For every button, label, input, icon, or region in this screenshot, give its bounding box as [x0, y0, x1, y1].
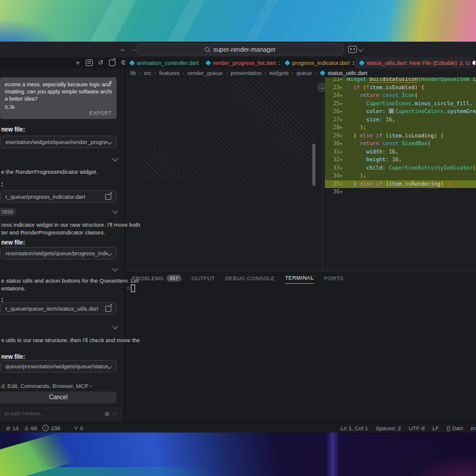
- breadcrumb-item[interactable]: queue: [296, 70, 312, 76]
- diff-added-code[interactable]: 22+Widget buildStatusIcon(RenderQueueIte…: [325, 77, 476, 196]
- chevron-down-icon: [107, 139, 112, 144]
- code-line[interactable]: 27+ size: 16,: [325, 116, 476, 124]
- breadcrumb-item[interactable]: presentation: [230, 70, 261, 76]
- indentation[interactable]: Spaces: 2: [376, 425, 401, 431]
- ports-status[interactable]: ϒ 0: [74, 425, 83, 431]
- infos-status[interactable]: i 238: [42, 425, 60, 431]
- code-line[interactable]: 30+ return const SizedBox(: [325, 140, 476, 148]
- history-icon[interactable]: ↺: [98, 60, 104, 66]
- file-pill-status-utils[interactable]: r_queue/queue_item/status_utils.dart ↗: [0, 302, 117, 315]
- back-arrow-icon[interactable]: ←: [120, 45, 127, 53]
- code-line[interactable]: 26+ color: CupertinoColors.systemGrey3,: [325, 108, 476, 116]
- collapse-chevron-icon[interactable]: [112, 324, 118, 330]
- code-text: } else if (item.isRendering) {: [347, 180, 450, 189]
- code-line[interactable]: 28+ );: [325, 124, 476, 132]
- warnings-status[interactable]: ⚠ 65: [24, 425, 37, 431]
- tab-render-progress-list[interactable]: render_progress_list.dart 2, U: [201, 57, 280, 68]
- code-line[interactable]: 25+ CupertinoIcons.minus_circle_fill,: [325, 100, 476, 108]
- code-line[interactable]: 32+ height: 16,: [325, 156, 476, 164]
- unsaved-dot-icon[interactable]: [472, 61, 476, 65]
- command-center-search[interactable]: super-render-manager: [137, 43, 344, 55]
- code-line[interactable]: 24+ return const Icon(: [325, 92, 476, 100]
- chevron-down-icon[interactable]: [358, 47, 363, 52]
- language-mode[interactable]: {} Dart: [447, 425, 463, 431]
- breadcrumb-separator: ›: [226, 70, 227, 76]
- ext-arrow-glyph: ↗: [108, 303, 112, 308]
- line-number: 35+: [325, 180, 347, 189]
- file-pill-progress-indicator-2[interactable]: resentation/widgets/queue/progress_indic…: [0, 247, 117, 259]
- info-icon: i: [42, 425, 49, 431]
- tab-output[interactable]: OUTPUT: [192, 275, 215, 284]
- cursor-position[interactable]: Ln 1, Col 1: [341, 425, 368, 431]
- code-line[interactable]: 31+ width: 16,: [325, 148, 476, 156]
- info-count: 238: [51, 425, 60, 431]
- file-pill-render-progress-list[interactable]: esentation/widgets/queue/render_progress…: [0, 136, 117, 148]
- copilot-icon[interactable]: [348, 46, 357, 53]
- new-chat-button[interactable]: +: [76, 59, 80, 67]
- code-line[interactable]: 23+ if (!item.isEnabled) {: [325, 84, 476, 92]
- tab-debug-console[interactable]: DEBUG CONSOLE: [225, 275, 275, 284]
- panel-terminal: PROBLEMS 317 OUTPUT DEBUG CONSOLE TERMIN…: [125, 271, 476, 422]
- error-count: 14: [12, 425, 19, 431]
- pane-divider[interactable]: [322, 77, 323, 271]
- tab-git-badge: 2, U: [459, 60, 469, 66]
- tools-summary[interactable]: d, Edit, Commands, Browser, MCP ›: [1, 383, 92, 389]
- warning-count: 65: [31, 425, 37, 431]
- breadcrumb-item[interactable]: features: [159, 70, 180, 76]
- code-text: } else if (item.isLoading) {: [347, 132, 444, 140]
- file-path: r_queue/queue_item/status_utils.dart: [5, 305, 98, 312]
- breadcrumb-item[interactable]: widgets: [270, 70, 289, 76]
- open-in-editor-icon[interactable]: ↗: [109, 60, 115, 66]
- tab-label: animation_controller.dart: [137, 60, 199, 66]
- file-pill-progress-indicator[interactable]: r_queue/progress_indicator.dart ↗: [0, 190, 117, 203]
- tab-status-utils-active[interactable]: status_utils.dart: New File (Editable) 2…: [355, 57, 476, 68]
- chat-list-icon[interactable]: [86, 60, 93, 66]
- breadcrumb-item[interactable]: render_queue: [187, 70, 223, 76]
- diff-editor[interactable]: → 22+Widget buildStatusIcon(RenderQueueI…: [125, 77, 476, 271]
- code-text: color: CupertinoColors.systemGrey3,: [347, 108, 476, 116]
- code-text: child: CupertinoActivityIndicator(rad: [347, 164, 476, 173]
- scrollbar-thumb[interactable]: [312, 144, 315, 186]
- tab-progress-indicator[interactable]: progress_indicator.dart 1, U: [280, 57, 355, 68]
- code-line[interactable]: 34+ );: [325, 172, 476, 180]
- tab-terminal-active[interactable]: TERMINAL: [285, 275, 314, 284]
- collapse-chevron-icon[interactable]: [112, 208, 118, 214]
- line-number: 29+: [325, 132, 347, 140]
- export-button[interactable]: EXPORT: [89, 110, 112, 116]
- breadcrumb-item[interactable]: lib: [130, 70, 136, 76]
- dart-file-icon: [129, 60, 135, 66]
- code-text: size: 16,: [347, 116, 395, 124]
- file-pill-status-utils-2[interactable]: queue/presentation/widgets/queue/status_…: [0, 360, 117, 372]
- code-line[interactable]: 29+ } else if (item.isLoading) {: [325, 132, 476, 140]
- encoding[interactable]: UTF-8: [409, 425, 425, 431]
- chevron-down-icon: [107, 250, 112, 255]
- breadcrumb-item[interactable]: src: [144, 70, 152, 76]
- code-line[interactable]: 33+ child: CupertinoActivityIndicator(ra…: [325, 164, 476, 173]
- errors-status[interactable]: ⊘ 14: [6, 425, 19, 431]
- cancel-button[interactable]: Cancel: [0, 392, 117, 403]
- breadcrumb-separator: ›: [139, 70, 141, 76]
- code-line[interactable]: 22+Widget buildStatusIcon(RenderQueueIte…: [325, 77, 476, 84]
- send-icon[interactable]: ▷: [113, 411, 117, 416]
- assistant-text: entations.: [1, 284, 26, 292]
- collapse-chevron-icon[interactable]: [112, 156, 118, 162]
- breadcrumb-separator: ›: [292, 70, 293, 76]
- code-line[interactable]: 36+: [325, 188, 476, 196]
- close-icon[interactable]: ×: [109, 79, 112, 86]
- assistant-text: ter and RenderProgressIndicator classes.: [1, 228, 105, 236]
- breadcrumb-separator: ›: [154, 70, 156, 76]
- line-number: 30+: [325, 140, 347, 148]
- tab-animation-controller[interactable]: animation_controller.dart U: [125, 57, 201, 68]
- tab-ports[interactable]: PORTS: [324, 275, 344, 284]
- forward-arrow-icon[interactable]: →: [130, 45, 137, 53]
- eol[interactable]: LF: [433, 425, 439, 431]
- code-line[interactable]: 35+ } else if (item.isRendering) {: [325, 180, 476, 189]
- breadcrumb-file[interactable]: status_utils.dart: [328, 70, 368, 76]
- remote-icon[interactable]: ○: [0, 425, 1, 431]
- collapse-chevron-icon[interactable]: [112, 266, 118, 272]
- chat-input[interactable]: to add context... ▦ ▷: [0, 408, 121, 419]
- tab-problems[interactable]: PROBLEMS 317: [132, 275, 181, 284]
- attach-image-icon[interactable]: ▦: [105, 411, 110, 416]
- code-text: );: [347, 172, 367, 180]
- code-text: return const SizedBox(: [347, 140, 431, 148]
